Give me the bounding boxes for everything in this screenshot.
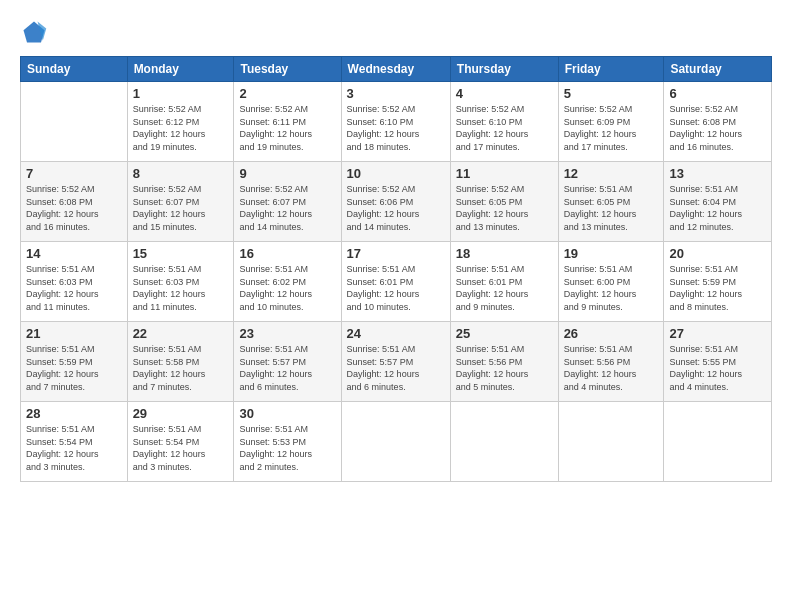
calendar-cell: 8Sunrise: 5:52 AM Sunset: 6:07 PM Daylig… [127, 162, 234, 242]
day-info: Sunrise: 5:51 AM Sunset: 5:58 PM Dayligh… [133, 343, 229, 393]
day-number: 2 [239, 86, 335, 101]
logo-icon [20, 18, 48, 46]
page: SundayMondayTuesdayWednesdayThursdayFrid… [0, 0, 792, 612]
day-info: Sunrise: 5:52 AM Sunset: 6:07 PM Dayligh… [239, 183, 335, 233]
day-number: 30 [239, 406, 335, 421]
day-number: 15 [133, 246, 229, 261]
day-number: 24 [347, 326, 445, 341]
day-info: Sunrise: 5:52 AM Sunset: 6:05 PM Dayligh… [456, 183, 553, 233]
calendar-header: SundayMondayTuesdayWednesdayThursdayFrid… [21, 57, 772, 82]
calendar-cell: 4Sunrise: 5:52 AM Sunset: 6:10 PM Daylig… [450, 82, 558, 162]
calendar-cell: 19Sunrise: 5:51 AM Sunset: 6:00 PM Dayli… [558, 242, 664, 322]
day-info: Sunrise: 5:52 AM Sunset: 6:07 PM Dayligh… [133, 183, 229, 233]
day-info: Sunrise: 5:51 AM Sunset: 5:57 PM Dayligh… [347, 343, 445, 393]
col-header-tuesday: Tuesday [234, 57, 341, 82]
calendar-cell: 2Sunrise: 5:52 AM Sunset: 6:11 PM Daylig… [234, 82, 341, 162]
day-info: Sunrise: 5:51 AM Sunset: 5:56 PM Dayligh… [456, 343, 553, 393]
calendar-cell: 1Sunrise: 5:52 AM Sunset: 6:12 PM Daylig… [127, 82, 234, 162]
calendar-cell: 18Sunrise: 5:51 AM Sunset: 6:01 PM Dayli… [450, 242, 558, 322]
col-header-saturday: Saturday [664, 57, 772, 82]
calendar-cell: 20Sunrise: 5:51 AM Sunset: 5:59 PM Dayli… [664, 242, 772, 322]
day-info: Sunrise: 5:51 AM Sunset: 6:04 PM Dayligh… [669, 183, 766, 233]
calendar-cell: 24Sunrise: 5:51 AM Sunset: 5:57 PM Dayli… [341, 322, 450, 402]
col-header-thursday: Thursday [450, 57, 558, 82]
day-info: Sunrise: 5:51 AM Sunset: 6:05 PM Dayligh… [564, 183, 659, 233]
day-number: 8 [133, 166, 229, 181]
col-header-friday: Friday [558, 57, 664, 82]
day-number: 9 [239, 166, 335, 181]
day-info: Sunrise: 5:52 AM Sunset: 6:08 PM Dayligh… [669, 103, 766, 153]
day-info: Sunrise: 5:51 AM Sunset: 5:59 PM Dayligh… [26, 343, 122, 393]
calendar-cell: 16Sunrise: 5:51 AM Sunset: 6:02 PM Dayli… [234, 242, 341, 322]
calendar-cell: 21Sunrise: 5:51 AM Sunset: 5:59 PM Dayli… [21, 322, 128, 402]
day-info: Sunrise: 5:51 AM Sunset: 5:53 PM Dayligh… [239, 423, 335, 473]
day-number: 11 [456, 166, 553, 181]
week-row-3: 14Sunrise: 5:51 AM Sunset: 6:03 PM Dayli… [21, 242, 772, 322]
calendar-cell: 28Sunrise: 5:51 AM Sunset: 5:54 PM Dayli… [21, 402, 128, 482]
col-header-wednesday: Wednesday [341, 57, 450, 82]
calendar-cell [558, 402, 664, 482]
day-number: 6 [669, 86, 766, 101]
calendar-body: 1Sunrise: 5:52 AM Sunset: 6:12 PM Daylig… [21, 82, 772, 482]
day-number: 10 [347, 166, 445, 181]
day-info: Sunrise: 5:52 AM Sunset: 6:06 PM Dayligh… [347, 183, 445, 233]
week-row-2: 7Sunrise: 5:52 AM Sunset: 6:08 PM Daylig… [21, 162, 772, 242]
calendar-cell: 3Sunrise: 5:52 AM Sunset: 6:10 PM Daylig… [341, 82, 450, 162]
day-info: Sunrise: 5:51 AM Sunset: 6:01 PM Dayligh… [347, 263, 445, 313]
calendar-cell: 25Sunrise: 5:51 AM Sunset: 5:56 PM Dayli… [450, 322, 558, 402]
day-number: 5 [564, 86, 659, 101]
day-number: 17 [347, 246, 445, 261]
calendar-cell: 5Sunrise: 5:52 AM Sunset: 6:09 PM Daylig… [558, 82, 664, 162]
day-number: 23 [239, 326, 335, 341]
day-info: Sunrise: 5:52 AM Sunset: 6:12 PM Dayligh… [133, 103, 229, 153]
calendar-cell: 10Sunrise: 5:52 AM Sunset: 6:06 PM Dayli… [341, 162, 450, 242]
day-info: Sunrise: 5:52 AM Sunset: 6:08 PM Dayligh… [26, 183, 122, 233]
day-number: 25 [456, 326, 553, 341]
day-number: 4 [456, 86, 553, 101]
day-number: 1 [133, 86, 229, 101]
day-info: Sunrise: 5:52 AM Sunset: 6:10 PM Dayligh… [347, 103, 445, 153]
calendar-cell: 14Sunrise: 5:51 AM Sunset: 6:03 PM Dayli… [21, 242, 128, 322]
calendar: SundayMondayTuesdayWednesdayThursdayFrid… [20, 56, 772, 482]
day-info: Sunrise: 5:52 AM Sunset: 6:11 PM Dayligh… [239, 103, 335, 153]
calendar-cell: 15Sunrise: 5:51 AM Sunset: 6:03 PM Dayli… [127, 242, 234, 322]
week-row-1: 1Sunrise: 5:52 AM Sunset: 6:12 PM Daylig… [21, 82, 772, 162]
calendar-cell [21, 82, 128, 162]
day-info: Sunrise: 5:51 AM Sunset: 5:57 PM Dayligh… [239, 343, 335, 393]
day-info: Sunrise: 5:51 AM Sunset: 5:54 PM Dayligh… [133, 423, 229, 473]
day-number: 14 [26, 246, 122, 261]
header-row: SundayMondayTuesdayWednesdayThursdayFrid… [21, 57, 772, 82]
day-number: 22 [133, 326, 229, 341]
col-header-sunday: Sunday [21, 57, 128, 82]
day-info: Sunrise: 5:51 AM Sunset: 5:54 PM Dayligh… [26, 423, 122, 473]
day-info: Sunrise: 5:52 AM Sunset: 6:10 PM Dayligh… [456, 103, 553, 153]
day-number: 26 [564, 326, 659, 341]
day-info: Sunrise: 5:51 AM Sunset: 6:01 PM Dayligh… [456, 263, 553, 313]
day-info: Sunrise: 5:51 AM Sunset: 6:00 PM Dayligh… [564, 263, 659, 313]
calendar-cell [450, 402, 558, 482]
day-info: Sunrise: 5:51 AM Sunset: 6:02 PM Dayligh… [239, 263, 335, 313]
calendar-cell: 11Sunrise: 5:52 AM Sunset: 6:05 PM Dayli… [450, 162, 558, 242]
day-number: 13 [669, 166, 766, 181]
day-info: Sunrise: 5:52 AM Sunset: 6:09 PM Dayligh… [564, 103, 659, 153]
calendar-cell [341, 402, 450, 482]
day-number: 3 [347, 86, 445, 101]
calendar-cell [664, 402, 772, 482]
calendar-cell: 6Sunrise: 5:52 AM Sunset: 6:08 PM Daylig… [664, 82, 772, 162]
calendar-cell: 7Sunrise: 5:52 AM Sunset: 6:08 PM Daylig… [21, 162, 128, 242]
logo [20, 18, 52, 46]
header [20, 18, 772, 46]
day-info: Sunrise: 5:51 AM Sunset: 5:55 PM Dayligh… [669, 343, 766, 393]
day-number: 16 [239, 246, 335, 261]
day-number: 19 [564, 246, 659, 261]
calendar-cell: 17Sunrise: 5:51 AM Sunset: 6:01 PM Dayli… [341, 242, 450, 322]
day-number: 21 [26, 326, 122, 341]
calendar-cell: 27Sunrise: 5:51 AM Sunset: 5:55 PM Dayli… [664, 322, 772, 402]
col-header-monday: Monday [127, 57, 234, 82]
calendar-cell: 9Sunrise: 5:52 AM Sunset: 6:07 PM Daylig… [234, 162, 341, 242]
calendar-cell: 26Sunrise: 5:51 AM Sunset: 5:56 PM Dayli… [558, 322, 664, 402]
calendar-cell: 29Sunrise: 5:51 AM Sunset: 5:54 PM Dayli… [127, 402, 234, 482]
day-info: Sunrise: 5:51 AM Sunset: 6:03 PM Dayligh… [26, 263, 122, 313]
day-info: Sunrise: 5:51 AM Sunset: 5:56 PM Dayligh… [564, 343, 659, 393]
day-number: 28 [26, 406, 122, 421]
